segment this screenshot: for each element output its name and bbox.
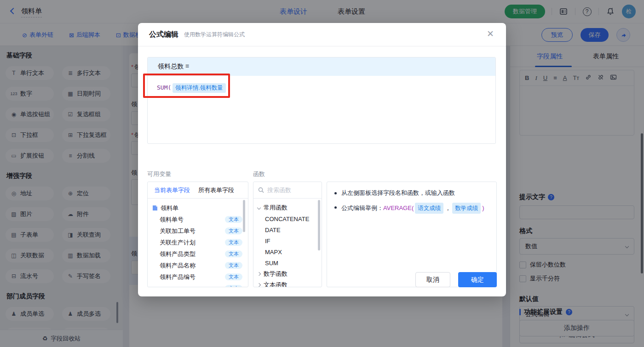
type-badge: 文本: [225, 262, 242, 269]
function-item-date[interactable]: DATE: [253, 224, 322, 235]
functions-tree: 常用函数 CONCATENATE DATE IF MAPX SUM 数学函数 文…: [253, 199, 322, 287]
form-node-label: 领料单: [161, 204, 178, 212]
formula-editor[interactable]: 领料总数 = SUM(领料详情.领料数量): [147, 57, 496, 144]
app-window: 领料单 表单设计 表单设置 数据管理 ? 检 ⊘表单外链 ⊠后端脚本 ⊡数据权 …: [0, 0, 644, 347]
variable-item[interactable]: 关联加工单号文本: [148, 225, 248, 237]
cancel-button[interactable]: 取消: [415, 272, 450, 287]
function-item-mapx[interactable]: MAPX: [253, 246, 322, 257]
variable-item[interactable]: 领料单号文本: [148, 214, 248, 225]
function-group-common[interactable]: 常用函数: [253, 202, 322, 213]
close-icon[interactable]: ✕: [487, 29, 494, 38]
variable-item[interactable]: 领料产品类型文本: [148, 248, 248, 260]
tab-all-form-fields[interactable]: 所有表单字段: [198, 186, 234, 194]
confirm-button[interactable]: 确定: [458, 272, 497, 287]
variables-scrollbar[interactable]: [243, 200, 245, 232]
bullet-icon: [334, 192, 337, 194]
modal-subtitle: 使用数学运算符编辑公式: [184, 31, 245, 39]
example-prefix: 公式编辑举例：: [341, 205, 383, 211]
tab-current-form-fields[interactable]: 当前表单字段: [154, 186, 190, 194]
function-search[interactable]: 搜索函数: [253, 182, 322, 199]
function-group-text[interactable]: 文本函数: [253, 279, 322, 287]
example-field-chip: 语文成绩: [415, 203, 443, 214]
variable-item[interactable]: 领料产品名称文本: [148, 260, 248, 271]
formula-expression[interactable]: SUM(领料详情.领料数量): [148, 76, 495, 100]
example-function-name: AVERAGE(: [383, 205, 414, 211]
type-badge: 文本: [225, 250, 242, 257]
type-badge: 文本: [225, 285, 242, 287]
search-placeholder: 搜索函数: [267, 186, 291, 194]
chevron-down-icon: [257, 206, 261, 210]
example-field-chip: 数学成绩: [452, 203, 481, 214]
variables-panel: 当前表单字段 所有表单字段 领料单 领料单号文本 关联加工单号文本 关联生产计划…: [147, 182, 248, 287]
variable-item[interactable]: 文本: [148, 283, 248, 287]
function-close: ): [227, 84, 231, 91]
variables-tree: 领料单 领料单号文本 关联加工单号文本 关联生产计划文本 领料产品类型文本 领料…: [148, 199, 248, 287]
chevron-right-icon: [257, 272, 261, 276]
document-icon: [152, 205, 158, 211]
function-item-sum[interactable]: SUM: [253, 257, 322, 268]
variables-tabs: 当前表单字段 所有表单字段: [148, 182, 248, 199]
function-item-concatenate[interactable]: CONCATENATE: [253, 213, 322, 224]
help-panel: 从左侧面板选择字段名和函数，或输入函数 公式编辑举例：AVERAGE(语文成绩，…: [327, 182, 497, 287]
type-badge: 文本: [225, 239, 242, 246]
help-line-2: 公式编辑举例：AVERAGE(语文成绩，数学成绩): [334, 203, 489, 214]
variable-item[interactable]: 关联生产计划文本: [148, 237, 248, 248]
type-badge: 文本: [225, 273, 242, 280]
formula-target: 领料总数 =: [148, 57, 495, 76]
function-group-math[interactable]: 数学函数: [253, 268, 322, 279]
function-name: SUM(: [157, 84, 171, 91]
functions-scrollbar[interactable]: [318, 200, 320, 250]
variables-label: 可用变量: [147, 170, 171, 178]
chevron-right-icon: [257, 283, 261, 287]
example-comma: ，: [445, 205, 451, 211]
bullet-icon: [334, 206, 337, 209]
modal-title: 公式编辑: [149, 30, 178, 40]
tree-root-form[interactable]: 领料单: [148, 202, 248, 214]
search-icon: [258, 187, 264, 193]
modal-header: 公式编辑 使用数学运算符编辑公式 ✕: [138, 23, 506, 46]
formula-editor-modal: 公式编辑 使用数学运算符编辑公式 ✕ 领料总数 = SUM(领料详情.领料数量)…: [138, 23, 506, 296]
example-function-close: ): [482, 205, 484, 211]
function-item-if[interactable]: IF: [253, 235, 322, 246]
type-badge: 文本: [225, 228, 242, 234]
variable-item[interactable]: 领料产品编号文本: [148, 271, 248, 283]
help-line-1: 从左侧面板选择字段名和函数，或输入函数: [334, 188, 489, 198]
functions-label: 函数: [253, 170, 265, 178]
type-badge: 文本: [225, 216, 242, 223]
field-chip[interactable]: 领料详情.领料数量: [172, 83, 225, 93]
functions-panel: 搜索函数 常用函数 CONCATENATE DATE IF MAPX SUM 数…: [253, 182, 322, 287]
